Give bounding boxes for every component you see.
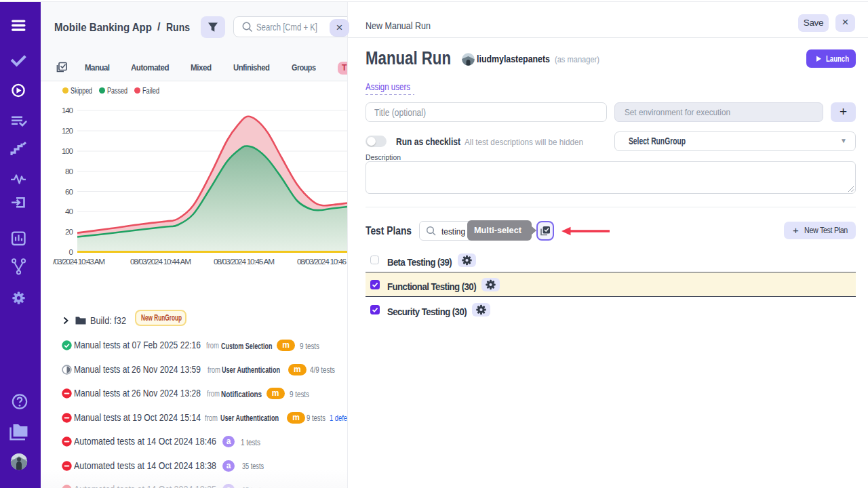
svg-text:40: 40 bbox=[65, 207, 73, 216]
svg-text:08/03/2024 10:44 AM: 08/03/2024 10:44 AM bbox=[130, 257, 191, 266]
svg-text:/03/2024 10:43 AM: /03/2024 10:43 AM bbox=[53, 257, 105, 266]
svg-text:08/03/2024 10:45 AM: 08/03/2024 10:45 AM bbox=[214, 257, 275, 266]
svg-text:08/03/2024 10:46: 08/03/2024 10:46 bbox=[297, 257, 347, 266]
svg-text:100: 100 bbox=[62, 147, 73, 155]
svg-text:0: 0 bbox=[69, 248, 73, 256]
svg-text:120: 120 bbox=[62, 127, 73, 135]
svg-text:140: 140 bbox=[62, 106, 73, 115]
svg-text:80: 80 bbox=[65, 167, 73, 176]
svg-text:60: 60 bbox=[65, 188, 73, 196]
svg-text:20: 20 bbox=[65, 228, 73, 236]
